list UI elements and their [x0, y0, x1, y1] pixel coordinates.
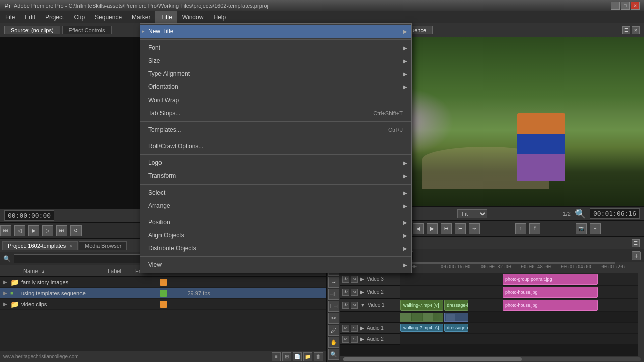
menu-title[interactable]: Title	[155, 11, 177, 23]
razor-tool[interactable]: ✂	[328, 313, 339, 324]
zoom-btn[interactable]: 🔍	[575, 208, 586, 219]
prog-add-btn[interactable]: +	[590, 223, 601, 234]
menu-item-new-title[interactable]: New Title ▶ ▸	[140, 25, 411, 38]
prog-play-fwd-btn[interactable]: ▶	[427, 223, 438, 234]
clip-walking-a[interactable]: walking-7.mp4 [A]	[400, 324, 443, 332]
track-solo-btn-a1[interactable]: S	[351, 325, 358, 332]
project-tab-close[interactable]: ×	[69, 243, 72, 249]
menu-item-align-objects[interactable]: Align Objects ▶	[140, 229, 411, 242]
menu-item-view[interactable]: View ▶	[140, 258, 411, 272]
track-select-tool[interactable]: ⇥	[328, 277, 339, 288]
menu-item-word-wrap[interactable]: Word Wrap	[140, 94, 411, 107]
program-panel-close-btn[interactable]: ✕	[632, 26, 640, 34]
menu-item-logo[interactable]: Logo ▶	[140, 156, 411, 169]
menu-project[interactable]: Project	[40, 11, 69, 23]
prog-step-out-btn[interactable]: ⊢	[455, 223, 466, 234]
track-sync-btn-v3[interactable]: M	[351, 276, 358, 283]
expand-btn[interactable]: ▶	[0, 301, 10, 307]
project-new-btn[interactable]: 📄	[293, 352, 302, 361]
minimize-button[interactable]: —	[611, 2, 620, 10]
track-mute-btn-a1[interactable]: M	[342, 325, 349, 332]
track-expand-v2[interactable]: ▶	[360, 289, 364, 295]
track-eye-btn-v1[interactable]: 👁	[342, 302, 349, 309]
track-solo-btn-a2[interactable]: S	[351, 336, 358, 343]
hand-tool[interactable]: ✋	[328, 337, 339, 348]
track-expand-v1[interactable]: ▼	[360, 302, 365, 308]
expand-btn[interactable]: ▶	[0, 279, 10, 285]
track-mute-btn-a2[interactable]: M	[342, 336, 349, 343]
menu-item-distribute-objects[interactable]: Distribute Objects ▶	[140, 242, 411, 255]
menu-item-tab-stops[interactable]: Tab Stops... Ctrl+Shift+T	[140, 107, 411, 120]
track-expand-a2[interactable]: ▶	[360, 336, 364, 342]
prog-play-out-btn[interactable]: ↦	[441, 223, 452, 234]
prog-extract-btn[interactable]: ⤒	[529, 223, 540, 234]
project-icon-view-btn[interactable]: ⊞	[282, 352, 291, 361]
scrollbar-thumb[interactable]	[343, 357, 522, 361]
menu-clip[interactable]: Clip	[69, 11, 90, 23]
transport-loop-btn[interactable]: ↺	[70, 225, 82, 236]
zoom-tool[interactable]: 🔍	[328, 349, 339, 360]
timeline-add-btn[interactable]: +	[632, 251, 641, 260]
prog-camera-btn[interactable]: 📷	[576, 223, 587, 234]
transport-to-in-btn[interactable]: ⏮	[0, 225, 11, 236]
clip-photo-group-portrait[interactable]: photo-group portrait.jpg	[503, 274, 598, 285]
maximize-button[interactable]: □	[621, 2, 630, 10]
menu-item-size[interactable]: Size ▶	[140, 54, 411, 67]
source-tab[interactable]: Source: (no clips)	[4, 26, 60, 34]
track-sync-btn-v1[interactable]: M	[351, 302, 358, 309]
prog-mark-out-btn[interactable]: ⇥	[469, 223, 480, 234]
clip-photo-house-v2[interactable]: photo-house.jpg	[503, 287, 598, 298]
menu-item-font[interactable]: Font ▶	[140, 41, 411, 54]
timeline-v-scrollbar[interactable]	[638, 273, 644, 356]
media-browser-tab[interactable]: Media Browser	[79, 241, 127, 250]
prog-lift-btn[interactable]: ↑	[515, 223, 526, 234]
clip-photo-house-v1[interactable]: photo-house.jpg	[503, 300, 598, 311]
menu-edit[interactable]: Edit	[20, 11, 40, 23]
track-expand-v3[interactable]: ▶	[360, 276, 364, 282]
ripple-edit-tool[interactable]: ⊣⊢	[328, 289, 339, 300]
menu-file[interactable]: File	[0, 11, 20, 23]
track-eye-btn-v3[interactable]: 👁	[342, 276, 349, 283]
menu-item-roll-crawl[interactable]: Roll/Crawl Options...	[140, 140, 411, 153]
clip-dressage-a1[interactable]: dressage-instr	[444, 324, 468, 332]
menu-sequence[interactable]: Sequence	[90, 11, 127, 23]
menu-item-type-alignment[interactable]: Type Alignment ▶	[140, 67, 411, 80]
close-button[interactable]: ✕	[631, 2, 640, 10]
roll-edit-tool[interactable]: ⊢⊣	[328, 301, 339, 312]
menu-item-arrange[interactable]: Arrange ▶	[140, 199, 411, 212]
fit-select[interactable]: Fit 25% 50% 100%	[457, 209, 487, 218]
menu-item-templates[interactable]: Templates... Ctrl+J	[140, 123, 411, 136]
clip-walking-v[interactable]: walking-7.mp4 [V]	[400, 300, 443, 311]
project-tab[interactable]: Project: 1602-templates ×	[2, 241, 78, 250]
transport-to-out-btn[interactable]: ⏭	[56, 225, 67, 236]
menu-marker[interactable]: Marker	[127, 11, 155, 23]
clip-dressage-v1[interactable]: dressage-instr	[444, 300, 468, 311]
timeline-panel-menu-btn[interactable]: ☰	[632, 239, 640, 247]
transport-step-fwd-btn[interactable]: ▷	[42, 225, 53, 236]
project-folder-btn[interactable]: 📁	[303, 352, 312, 361]
track-sync-btn-v2[interactable]: M	[351, 289, 358, 296]
menu-help[interactable]: Help	[208, 11, 231, 23]
track-eye-btn-v2[interactable]: 👁	[342, 289, 349, 296]
expand-btn[interactable]: ▶	[0, 290, 10, 296]
menu-item-transform[interactable]: Transform ▶	[140, 169, 411, 183]
menu-item-position[interactable]: Position ▶	[140, 216, 411, 229]
list-item[interactable]: ▶ 📁 video clips	[0, 299, 326, 310]
track-expand-a1[interactable]: ▶	[360, 325, 364, 331]
effect-controls-tab[interactable]: Effect Controls	[62, 26, 112, 34]
scrollbar-track[interactable]	[343, 357, 641, 361]
transport-play-btn[interactable]: ▶	[28, 225, 39, 236]
list-item[interactable]: ▶ 📁 family story images	[0, 277, 326, 288]
list-item[interactable]: ▶ ■ using templates sequence 29.97 fps	[0, 288, 326, 299]
col-name-header[interactable]: Name ▲	[20, 268, 106, 274]
menu-item-select[interactable]: Select ▶	[140, 186, 411, 199]
timeline-h-scrollbar[interactable]	[340, 356, 644, 362]
project-list-view-btn[interactable]: ≡	[272, 352, 281, 361]
prog-play-rev-btn[interactable]: ◀	[413, 223, 424, 234]
transport-step-back-btn[interactable]: ◁	[14, 225, 25, 236]
project-delete-btn[interactable]: 🗑	[314, 352, 323, 361]
menu-window[interactable]: Window	[177, 11, 209, 23]
menu-item-orientation[interactable]: Orientation ▶	[140, 80, 411, 94]
program-panel-menu-btn[interactable]: ☰	[622, 26, 630, 34]
pen-tool[interactable]: 🖊	[328, 325, 339, 336]
